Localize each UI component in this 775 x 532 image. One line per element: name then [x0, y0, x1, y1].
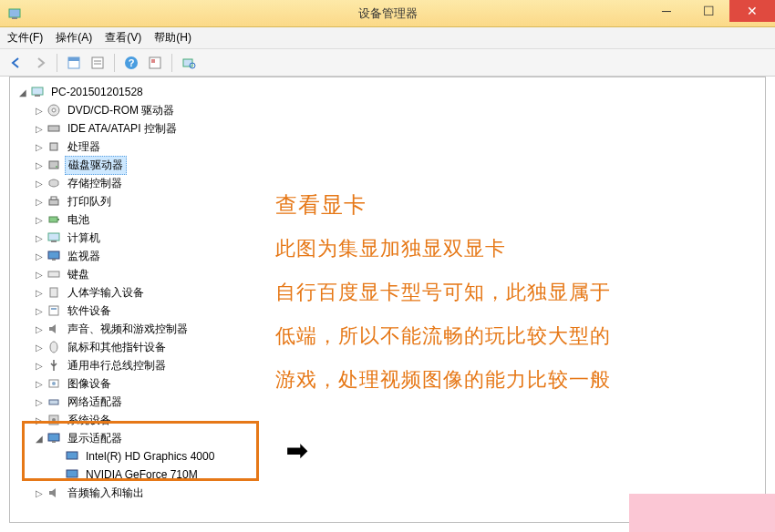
keyboard-icon	[46, 267, 61, 281]
expand-icon[interactable]: ▷	[34, 179, 45, 189]
annotation-line: 游戏，处理视频图像的能力比较一般	[275, 361, 611, 399]
expand-icon[interactable]: ▷	[34, 124, 45, 134]
tree-item[interactable]: ▷电池	[14, 210, 765, 229]
tree-item[interactable]: ▷处理器	[14, 138, 765, 156]
expand-icon[interactable]: ▷	[34, 215, 45, 225]
app-icon	[7, 6, 22, 21]
help-button[interactable]: ?	[120, 52, 142, 74]
window-buttons: ─ ☐ ✕	[646, 0, 775, 22]
tree-label: 网络适配器	[65, 394, 125, 411]
svg-rect-31	[49, 306, 58, 315]
tree-item[interactable]: ▷IDE ATA/ATAPI 控制器	[14, 119, 765, 138]
tree-label: 图像设备	[65, 375, 114, 393]
expand-icon[interactable]: ▷	[34, 288, 45, 298]
expand-icon[interactable]: ▷	[34, 233, 45, 243]
sound-icon	[46, 322, 61, 336]
tree-item-gpu[interactable]: Intel(R) HD Graphics 4000	[14, 447, 765, 466]
expand-icon[interactable]: ▷	[34, 251, 45, 261]
tree-item[interactable]: ▷存储控制器	[14, 174, 765, 192]
tree-label: 声音、视频和游戏控制器	[65, 321, 191, 338]
svg-rect-21	[49, 200, 58, 205]
usb-icon	[46, 358, 61, 373]
computer-icon	[46, 230, 61, 245]
refresh-button[interactable]	[144, 52, 166, 74]
scan-button[interactable]	[178, 52, 200, 74]
svg-rect-0	[9, 9, 20, 17]
svg-rect-14	[35, 95, 40, 97]
expand-icon[interactable]: ▷	[34, 106, 45, 116]
expand-icon[interactable]: ▷	[34, 270, 45, 280]
menu-help[interactable]: 帮助(H)	[154, 30, 191, 46]
cpu-icon	[46, 139, 61, 154]
svg-rect-41	[67, 452, 78, 459]
close-button[interactable]: ✕	[729, 0, 775, 22]
storage-icon	[46, 176, 61, 190]
collapse-icon[interactable]: ◢	[34, 434, 45, 444]
menu-action[interactable]: 操作(A)	[56, 30, 92, 46]
minimize-button[interactable]: ─	[646, 0, 687, 22]
tree-item[interactable]: ▷DVD/CD-ROM 驱动器	[14, 101, 765, 119]
annotation-line: 低端，所以不能流畅的玩比较大型的	[275, 317, 611, 355]
disc-icon	[46, 103, 61, 118]
tree-label: Intel(R) HD Graphics 4000	[83, 449, 217, 464]
svg-rect-4	[92, 57, 103, 68]
svg-rect-29	[48, 271, 59, 277]
toolbar-separator	[171, 54, 172, 72]
expand-icon[interactable]: ▷	[34, 324, 45, 334]
tree-item[interactable]: ▷磁盘驱动器	[14, 156, 765, 174]
tree-item[interactable]: ▷打印队列	[14, 192, 765, 210]
tree-label: 显示适配器	[65, 430, 125, 447]
tree-label: 监视器	[65, 248, 103, 265]
tree-label: 音频输入和输出	[65, 485, 147, 502]
monitor-icon	[46, 249, 61, 263]
watermark-block	[629, 494, 775, 532]
computer-icon	[30, 85, 45, 99]
tree-label: IDE ATA/ATAPI 控制器	[65, 120, 180, 138]
expand-icon[interactable]: ▷	[34, 306, 45, 316]
list-button[interactable]	[87, 52, 108, 74]
svg-rect-39	[48, 434, 59, 441]
menu-view[interactable]: 查看(V)	[105, 30, 141, 46]
expand-icon[interactable]: ▷	[34, 160, 45, 170]
maximize-button[interactable]: ☐	[687, 0, 729, 22]
battery-icon	[46, 212, 61, 227]
tree-root[interactable]: ◢ PC-201501201528	[14, 83, 765, 101]
svg-point-35	[52, 382, 56, 385]
expand-icon[interactable]: ▷	[34, 397, 45, 407]
toolbar-separator	[114, 54, 115, 72]
svg-rect-23	[49, 217, 57, 222]
display-icon	[46, 431, 61, 445]
forward-button[interactable]	[29, 52, 51, 74]
tree-label: 键盘	[65, 266, 92, 283]
tree-item-display-adapter[interactable]: ◢ 显示适配器	[14, 429, 765, 447]
tree-label: 存储控制器	[65, 175, 125, 192]
collapse-icon[interactable]: ◢	[17, 87, 28, 97]
tree-label: 磁盘驱动器	[65, 156, 127, 175]
expand-icon[interactable]: ▷	[34, 361, 45, 371]
svg-rect-26	[51, 240, 57, 242]
tree-label: 人体学输入设备	[65, 284, 147, 302]
expand-icon[interactable]: ▷	[34, 197, 45, 207]
expand-icon[interactable]: ▷	[34, 488, 45, 498]
props-button[interactable]	[63, 52, 85, 74]
svg-rect-25	[48, 233, 59, 240]
expand-icon[interactable]: ▷	[34, 415, 45, 425]
svg-rect-13	[32, 87, 43, 95]
expand-icon[interactable]: ▷	[34, 379, 45, 389]
titlebar: 设备管理器 ─ ☐ ✕	[0, 0, 775, 27]
gpu-icon	[65, 467, 79, 482]
tree-label: 处理器	[65, 138, 103, 156]
tree-item[interactable]: ▷系统设备	[14, 411, 765, 429]
expand-icon[interactable]: ▷	[34, 142, 45, 152]
tree-root-label: PC-201501201528	[48, 85, 146, 99]
expand-icon[interactable]: ▷	[34, 343, 45, 353]
toolbar: ?	[0, 49, 775, 77]
annotation-line: 此图为集显加独显双显卡	[275, 230, 506, 268]
tree-item-gpu[interactable]: NVIDIA GeForce 710M	[14, 466, 765, 484]
tree-label: NVIDIA GeForce 710M	[83, 467, 201, 482]
svg-rect-22	[51, 197, 57, 200]
back-button[interactable]	[5, 52, 27, 74]
hid-icon	[46, 285, 61, 300]
menu-file[interactable]: 文件(F)	[7, 30, 43, 46]
svg-rect-40	[52, 441, 56, 443]
